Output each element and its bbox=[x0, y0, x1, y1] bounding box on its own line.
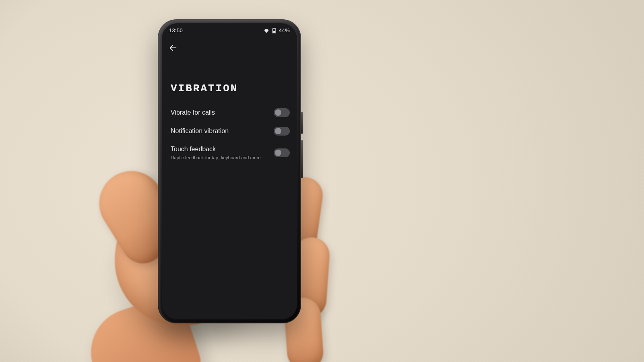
setting-subtitle: Haptic feedback for tap, keyboard and mo… bbox=[171, 155, 261, 160]
phone-side-button bbox=[301, 140, 303, 178]
status-time: 13:50 bbox=[169, 27, 183, 33]
page-title: VIBRATION bbox=[162, 58, 297, 100]
toggle-touch-feedback[interactable] bbox=[274, 148, 290, 157]
setting-title: Vibrate for calls bbox=[171, 109, 215, 117]
status-right: 44% bbox=[264, 27, 290, 33]
arrow-left-icon bbox=[169, 43, 178, 54]
toggle-vibrate-for-calls[interactable] bbox=[274, 108, 290, 117]
svg-rect-2 bbox=[273, 31, 275, 33]
vignette bbox=[0, 0, 644, 362]
phone-screen: 13:50 44% bbox=[162, 23, 297, 319]
phone-frame: 13:50 44% bbox=[158, 19, 301, 323]
photo-backdrop: 13:50 44% bbox=[0, 0, 644, 362]
settings-list: Vibrate for calls Notification vibration bbox=[162, 100, 297, 165]
status-battery-percent: 44% bbox=[279, 27, 290, 33]
back-button[interactable] bbox=[166, 41, 180, 56]
phone-side-button bbox=[301, 112, 303, 134]
wifi-icon bbox=[264, 28, 269, 33]
setting-title: Touch feedback bbox=[171, 145, 261, 153]
battery-icon bbox=[272, 28, 277, 33]
status-bar: 13:50 44% bbox=[162, 23, 297, 35]
toggle-notification-vibration[interactable] bbox=[274, 127, 290, 136]
setting-touch-feedback[interactable]: Touch feedback Haptic feedback for tap, … bbox=[171, 140, 290, 165]
setting-notification-vibration[interactable]: Notification vibration bbox=[171, 122, 290, 140]
setting-title: Notification vibration bbox=[171, 127, 229, 135]
setting-vibrate-for-calls[interactable]: Vibrate for calls bbox=[171, 103, 290, 122]
app-bar bbox=[162, 35, 297, 58]
